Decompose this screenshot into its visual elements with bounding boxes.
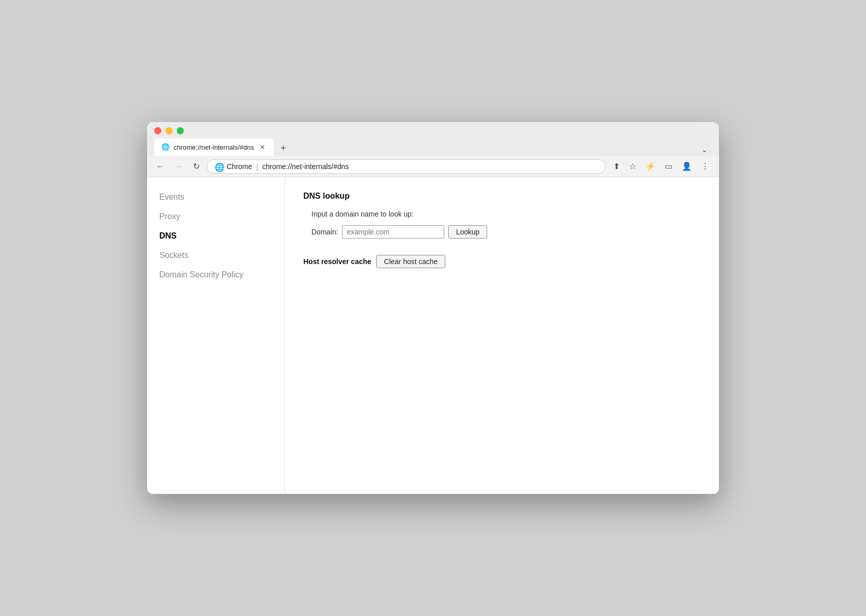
domain-label: Domain: (311, 228, 338, 236)
title-bar: 🌐 chrome://net-internals/#dns ✕ + ⌄ (147, 122, 719, 156)
tab-favicon-icon: 🌐 (161, 143, 170, 151)
host-resolver-label: Host resolver cache (303, 257, 371, 266)
refresh-button[interactable]: ↻ (190, 159, 203, 173)
sidebar-item-dns[interactable]: DNS (147, 226, 284, 246)
sidebar: Events Proxy DNS Sockets Domain Security… (147, 177, 285, 494)
active-tab[interactable]: 🌐 chrome://net-internals/#dns ✕ (154, 138, 274, 156)
navigation-bar: ← → ↻ 🌐 Chrome | chrome://net-internals/… (147, 156, 719, 177)
tabs-row: 🌐 chrome://net-internals/#dns ✕ + ⌄ (154, 138, 712, 156)
sidebar-toggle-button[interactable]: ▭ (661, 159, 676, 174)
chrome-label: Chrome (227, 162, 252, 171)
dns-lookup-title: DNS lookup (303, 192, 701, 201)
new-tab-button[interactable]: + (276, 141, 292, 156)
profile-button[interactable]: 👤 (678, 159, 695, 174)
sidebar-item-domain-security-policy[interactable]: Domain Security Policy (147, 265, 284, 285)
host-resolver-row: Host resolver cache Clear host cache (303, 255, 701, 268)
minimize-traffic-light[interactable] (165, 127, 173, 134)
nav-actions: ⬆ ☆ ⚡ ▭ 👤 ⋮ (610, 159, 713, 174)
dns-lookup-description: Input a domain name to look up: (311, 210, 701, 218)
clear-host-cache-button[interactable]: Clear host cache (376, 255, 445, 268)
domain-row: Domain: Lookup (311, 225, 701, 239)
address-favicon-icon: 🌐 (214, 162, 223, 171)
sidebar-item-events[interactable]: Events (147, 187, 284, 207)
tab-title: chrome://net-internals/#dns (174, 144, 254, 151)
lookup-button[interactable]: Lookup (448, 225, 487, 239)
sidebar-item-proxy[interactable]: Proxy (147, 207, 284, 226)
bookmark-button[interactable]: ☆ (626, 159, 640, 174)
share-button[interactable]: ⬆ (610, 159, 623, 174)
shield-button[interactable]: ⚡ (642, 159, 659, 174)
maximize-traffic-light[interactable] (177, 127, 184, 134)
sidebar-item-sockets[interactable]: Sockets (147, 246, 284, 265)
address-url: chrome://net-internals/#dns (262, 162, 598, 171)
menu-button[interactable]: ⋮ (697, 159, 713, 174)
browser-window: 🌐 chrome://net-internals/#dns ✕ + ⌄ ← → … (147, 122, 719, 494)
main-panel: DNS lookup Input a domain name to look u… (285, 177, 719, 494)
address-divider: | (256, 162, 258, 171)
forward-button[interactable]: → (172, 160, 186, 173)
tab-expand-button[interactable]: ⌄ (697, 144, 712, 156)
traffic-lights (154, 127, 712, 134)
domain-input[interactable] (342, 225, 444, 239)
tab-close-button[interactable]: ✕ (258, 143, 267, 152)
address-bar[interactable]: 🌐 Chrome | chrome://net-internals/#dns (207, 159, 606, 174)
close-traffic-light[interactable] (154, 127, 161, 134)
page-content: Events Proxy DNS Sockets Domain Security… (147, 177, 719, 494)
back-button[interactable]: ← (153, 160, 167, 173)
